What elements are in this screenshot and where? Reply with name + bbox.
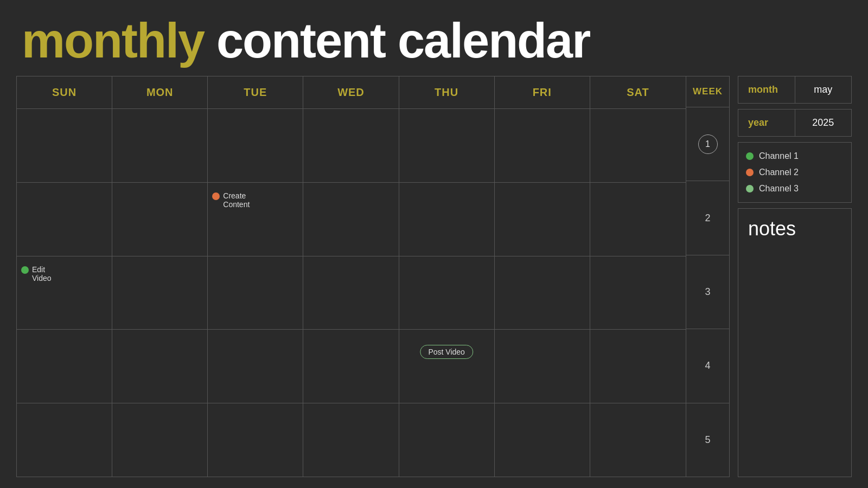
year-box: year 2025 xyxy=(738,109,852,137)
channel-1-item: Channel 1 xyxy=(746,151,844,161)
cell-w2-fri xyxy=(495,183,590,256)
cell-w2-sat xyxy=(590,183,686,256)
cell-w1-mon xyxy=(112,109,208,182)
cell-w3-tue xyxy=(208,256,303,330)
calendar-body: CreateContent EditVideo xyxy=(17,109,686,477)
channel-3-item: Channel 3 xyxy=(746,184,844,194)
cell-w1-sun xyxy=(17,109,112,182)
cell-w2-mon xyxy=(112,183,208,256)
calendar: SUN MON TUE WED THU FRI SAT xyxy=(16,76,686,477)
cell-w2-thu xyxy=(399,183,495,256)
day-header-tue: TUE xyxy=(208,76,303,108)
event-dot-orange xyxy=(212,192,220,200)
cell-w1-wed xyxy=(303,109,399,182)
cell-w1-tue xyxy=(208,109,303,182)
channel-1-dot xyxy=(746,152,754,160)
month-box: month may xyxy=(738,76,852,104)
calendar-week-5 xyxy=(17,403,686,477)
cell-w4-mon xyxy=(112,330,208,403)
page-header: monthly content calendar xyxy=(0,0,868,76)
cell-w5-tue xyxy=(208,403,303,477)
week-num-4: 4 xyxy=(686,329,729,403)
calendar-week-4: Post Video xyxy=(17,330,686,403)
cell-w3-sun: EditVideo xyxy=(17,256,112,330)
calendar-week-3: EditVideo xyxy=(17,256,686,330)
event-label-create-content: CreateContent xyxy=(223,191,250,209)
cell-w1-thu xyxy=(399,109,495,182)
year-value[interactable]: 2025 xyxy=(795,110,852,136)
day-header-mon: MON xyxy=(112,76,208,108)
cell-w4-fri xyxy=(495,330,590,403)
event-label-edit-video: EditVideo xyxy=(32,265,52,282)
calendar-week-2: CreateContent xyxy=(17,183,686,256)
day-header-fri: FRI xyxy=(495,76,590,108)
cell-w4-wed xyxy=(303,330,399,403)
notes-title: notes xyxy=(748,217,841,240)
week-circle-1: 1 xyxy=(698,134,718,154)
event-edit-video[interactable]: EditVideo xyxy=(21,265,107,282)
week-num-2: 2 xyxy=(686,181,729,255)
cell-w5-fri xyxy=(495,403,590,477)
day-header-thu: THU xyxy=(399,76,495,108)
channel-2-item: Channel 2 xyxy=(746,168,844,177)
month-value[interactable]: may xyxy=(795,76,852,103)
cell-w4-tue xyxy=(208,330,303,403)
cell-w5-wed xyxy=(303,403,399,477)
event-create-content[interactable]: CreateContent xyxy=(212,191,298,209)
title-monthly: monthly xyxy=(22,14,204,68)
day-header-sat: SAT xyxy=(590,76,686,108)
week-num-3: 3 xyxy=(686,255,729,329)
main-content: SUN MON TUE WED THU FRI SAT xyxy=(0,76,868,488)
cell-w3-fri xyxy=(495,256,590,330)
cell-w4-thu: Post Video xyxy=(399,330,495,403)
month-row: month may xyxy=(738,76,851,103)
cell-w5-thu xyxy=(399,403,495,477)
week-label: WEEK xyxy=(686,76,729,107)
week-num-1: 1 xyxy=(686,107,729,181)
channel-1-label: Channel 1 xyxy=(759,151,799,161)
event-dot-green xyxy=(21,266,29,274)
channel-2-label: Channel 2 xyxy=(759,168,799,177)
cell-w3-thu xyxy=(399,256,495,330)
cell-w5-sat xyxy=(590,403,686,477)
week-side-panel: WEEK 1 2 3 4 5 xyxy=(686,76,730,477)
day-header-wed: WED xyxy=(303,76,399,108)
month-label: month xyxy=(738,76,795,103)
cell-w1-fri xyxy=(495,109,590,182)
notes-box[interactable]: notes xyxy=(738,208,852,477)
cell-w4-sat xyxy=(590,330,686,403)
event-pill-post-video[interactable]: Post Video xyxy=(420,345,473,359)
cell-w5-sun xyxy=(17,403,112,477)
calendar-week-1 xyxy=(17,109,686,183)
channel-3-label: Channel 3 xyxy=(759,184,799,194)
cell-w5-mon xyxy=(112,403,208,477)
channel-legend: Channel 1 Channel 2 Channel 3 xyxy=(738,142,852,203)
title-rest: content calendar xyxy=(204,14,590,68)
year-row: year 2025 xyxy=(738,110,851,136)
cell-w3-sat xyxy=(590,256,686,330)
cell-w2-sun xyxy=(17,183,112,256)
cell-w1-sat xyxy=(590,109,686,182)
day-header-sun: SUN xyxy=(17,76,112,108)
cell-w3-mon xyxy=(112,256,208,330)
cell-w4-sun xyxy=(17,330,112,403)
info-panel: month may year 2025 Channel 1 Channel 2 xyxy=(738,76,852,477)
calendar-header: SUN MON TUE WED THU FRI SAT xyxy=(17,76,686,109)
cell-w2-tue: CreateContent xyxy=(208,183,303,256)
channel-3-dot xyxy=(746,185,754,192)
cell-w3-wed xyxy=(303,256,399,330)
week-num-5: 5 xyxy=(686,403,729,477)
year-label: year xyxy=(738,110,795,136)
channel-2-dot xyxy=(746,169,754,176)
cell-w2-wed xyxy=(303,183,399,256)
